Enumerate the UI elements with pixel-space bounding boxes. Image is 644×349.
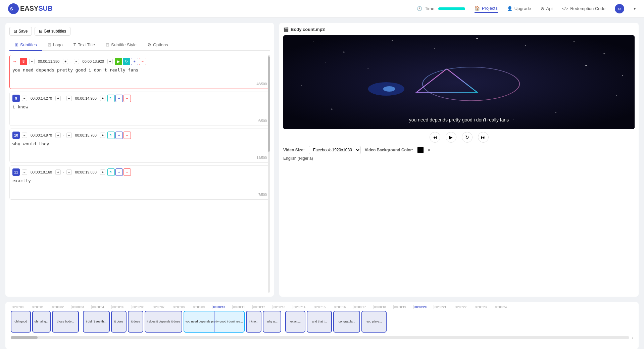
tab-text-title[interactable]: T Text Title bbox=[68, 40, 100, 51]
logo-sub: SUB bbox=[38, 5, 52, 12]
start-time-minus-btn[interactable]: − bbox=[22, 96, 27, 101]
char-count: 6/500 bbox=[12, 119, 267, 123]
refresh-btn[interactable]: ↻ bbox=[107, 168, 115, 176]
clip-text: i didn't see th... bbox=[86, 320, 106, 324]
remove-btn[interactable]: − bbox=[123, 168, 131, 176]
video-bg-color-swatch[interactable] bbox=[417, 147, 424, 153]
timeline-clip[interactable]: why w... bbox=[263, 311, 281, 333]
timeline-clip[interactable]: i kno... bbox=[246, 311, 261, 333]
scroll-thumb[interactable] bbox=[11, 336, 38, 339]
start-time-minus-btn[interactable]: − bbox=[22, 169, 27, 175]
start-time-display: 00:00:11.350 bbox=[37, 59, 61, 64]
remove-btn[interactable]: − bbox=[139, 58, 146, 65]
ruler-tick: 00:00:07 bbox=[152, 305, 172, 309]
chevron-down-icon[interactable]: ▾ bbox=[634, 6, 636, 11]
time-progress-bar bbox=[438, 7, 465, 10]
clip-text: you playe... bbox=[366, 320, 382, 324]
end-time-plus-btn[interactable]: + bbox=[100, 169, 105, 175]
ruler-tick: 00:00:02 bbox=[51, 305, 71, 309]
clip-text: i kno... bbox=[249, 320, 258, 324]
end-time-display: 00:00:13.920 bbox=[81, 59, 105, 64]
start-time-plus-btn[interactable]: + bbox=[55, 169, 61, 175]
skip-forward-btn[interactable]: ⏭ bbox=[478, 132, 489, 143]
refresh-video-btn[interactable]: ↻ bbox=[462, 132, 473, 143]
char-count: 48/500 bbox=[12, 82, 267, 86]
user-avatar[interactable]: o bbox=[615, 4, 624, 13]
home-icon: 🏠 bbox=[475, 6, 480, 11]
subtitle-header: 10 − 00:00:14.970 + - − 00:00:15.700 + ↻… bbox=[12, 132, 267, 139]
nav-upgrade[interactable]: 👤 Upgrade bbox=[507, 5, 531, 12]
subtitle-text-input[interactable]: why would they bbox=[12, 141, 267, 154]
scroll-track[interactable] bbox=[11, 336, 629, 339]
tab-subtitles[interactable]: ⊞ Subtitles bbox=[9, 40, 42, 51]
skip-back-btn[interactable]: ⏮ bbox=[430, 132, 440, 143]
tab-subtitle-style[interactable]: ⊡ Subtitle Style bbox=[100, 40, 142, 51]
end-time-plus-btn[interactable]: + bbox=[100, 96, 105, 101]
tab-logo[interactable]: ⊠ Logo bbox=[42, 40, 68, 51]
timeline-clip[interactable]: exactl... bbox=[285, 311, 305, 333]
tab-options[interactable]: ⚙ Options bbox=[142, 40, 174, 51]
get-subtitles-button[interactable]: ⊟ Get subtitles bbox=[35, 27, 70, 36]
logo: S EASY SUB bbox=[8, 3, 53, 14]
timeline-clip[interactable]: and that i... bbox=[307, 311, 332, 333]
ruler-tick: 00:00:15 bbox=[313, 305, 333, 309]
end-time-minus-btn[interactable]: − bbox=[66, 133, 72, 138]
timeline-clip[interactable]: ohh alrig... bbox=[32, 311, 51, 333]
start-time-plus-btn[interactable]: + bbox=[55, 133, 61, 138]
timeline-clip[interactable]: you playe... bbox=[361, 311, 387, 333]
timeline-ruler: 00:00:00 00:00:01 00:00:02 00:00:03 00:0… bbox=[11, 305, 633, 309]
play-segment-btn[interactable]: ▶ bbox=[115, 58, 122, 65]
scroll-right-arrow[interactable]: › bbox=[632, 335, 633, 340]
nav-redemption[interactable]: </> Redemption Code bbox=[562, 5, 605, 12]
end-time-plus-btn[interactable]: + bbox=[100, 133, 105, 138]
end-time-minus-btn[interactable]: − bbox=[66, 169, 72, 175]
add-btn[interactable]: + bbox=[131, 58, 138, 65]
save-button[interactable]: ⊡ Save bbox=[9, 27, 32, 36]
video-size-select[interactable]: Facebook-1920x1080 bbox=[309, 146, 361, 154]
timeline-clip[interactable]: you need depends pretty good i don't rea… bbox=[184, 311, 245, 333]
add-btn[interactable]: + bbox=[115, 168, 123, 176]
end-time-display: 00:00:14.900 bbox=[74, 96, 98, 101]
clip-text: it does it depends it does bbox=[147, 320, 180, 324]
end-time-minus-btn[interactable]: − bbox=[74, 59, 79, 64]
nav-api[interactable]: ⊙ Api bbox=[541, 5, 553, 12]
timeline-clip[interactable]: i didn't see th... bbox=[83, 311, 110, 333]
timeline-clip[interactable]: it does it depends it does bbox=[145, 311, 182, 333]
svg-text:S: S bbox=[10, 6, 13, 11]
logo-tab-label: Logo bbox=[53, 42, 63, 47]
refresh-btn[interactable]: ↻ bbox=[123, 58, 130, 65]
svg-point-14 bbox=[301, 85, 302, 86]
timeline-clip[interactable]: those body... bbox=[52, 311, 79, 333]
timeline-clip[interactable]: it does bbox=[111, 311, 127, 333]
char-count: 7/500 bbox=[12, 193, 267, 197]
start-time-plus-btn[interactable]: + bbox=[63, 59, 68, 64]
add-btn[interactable]: + bbox=[115, 95, 123, 102]
subtitle-item: 10 − 00:00:14.970 + - − 00:00:15.700 + ↻… bbox=[9, 129, 270, 163]
end-time-plus-btn[interactable]: + bbox=[107, 59, 113, 64]
start-time-plus-btn[interactable]: + bbox=[55, 96, 61, 101]
timeline-clip[interactable]: congratula... bbox=[333, 311, 360, 333]
video-settings: Video Size: Facebook-1920x1080 Video Bac… bbox=[283, 146, 635, 154]
clip-text: it does bbox=[114, 320, 123, 324]
remove-btn[interactable]: − bbox=[123, 95, 131, 102]
timeline-clip[interactable]: it does bbox=[128, 311, 143, 333]
start-time-minus-btn[interactable]: − bbox=[29, 59, 35, 64]
play-pause-btn[interactable]: ▶ bbox=[446, 132, 456, 143]
subtitle-text-input[interactable]: you need depends pretty good i don't rea… bbox=[12, 67, 267, 81]
nav-projects[interactable]: 🏠 Projects bbox=[475, 4, 498, 13]
start-time-minus-btn[interactable]: − bbox=[22, 133, 27, 138]
add-btn[interactable]: + bbox=[115, 132, 123, 139]
ctrl-buttons: ▶ ↻ + − bbox=[115, 58, 146, 65]
ctrl-buttons: ↻ + − bbox=[107, 132, 131, 139]
svg-rect-1 bbox=[283, 35, 635, 129]
refresh-btn[interactable]: ↻ bbox=[107, 132, 115, 139]
chevron-down-icon[interactable]: ▾ bbox=[428, 148, 430, 153]
timeline-clip[interactable]: ohh good bbox=[11, 311, 31, 333]
subtitle-number: 11 bbox=[12, 168, 20, 176]
subtitle-number: 9 bbox=[12, 95, 20, 102]
refresh-btn[interactable]: ↻ bbox=[107, 95, 115, 102]
remove-btn[interactable]: − bbox=[123, 132, 131, 139]
end-time-minus-btn[interactable]: − bbox=[66, 96, 72, 101]
subtitle-text-input[interactable]: i know bbox=[12, 104, 267, 117]
subtitle-text-input[interactable]: exactly bbox=[12, 178, 267, 191]
